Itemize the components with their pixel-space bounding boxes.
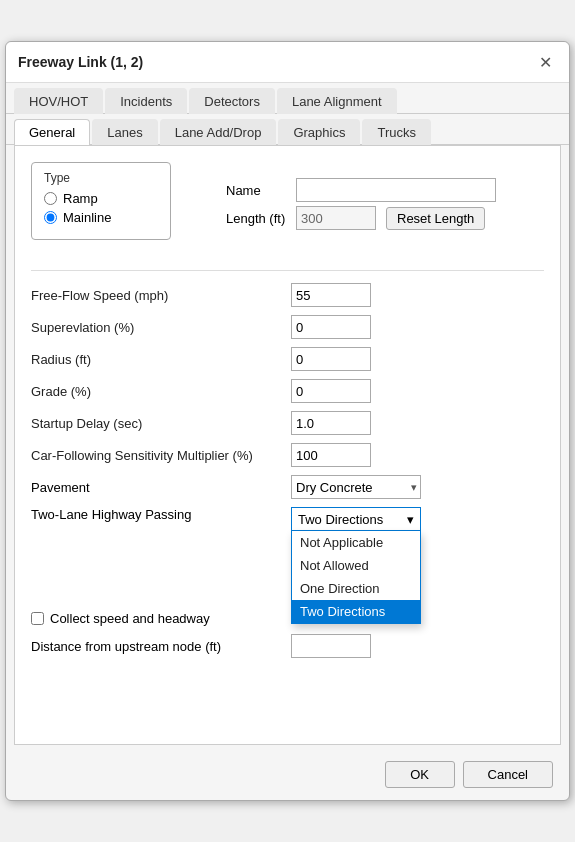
tab-hov-hot[interactable]: HOV/HOT [14, 88, 103, 114]
free-flow-speed-label: Free-Flow Speed (mph) [31, 288, 291, 303]
distance-input[interactable] [291, 634, 371, 658]
radius-input[interactable] [291, 347, 371, 371]
pavement-label: Pavement [31, 480, 291, 495]
tab-general[interactable]: General [14, 119, 90, 145]
mainline-label[interactable]: Mainline [63, 210, 111, 225]
superevlation-input[interactable] [291, 315, 371, 339]
tab-trucks[interactable]: Trucks [362, 119, 431, 145]
two-lane-dropdown-selected[interactable]: Two Directions ▾ [291, 507, 421, 531]
grade-label: Grade (%) [31, 384, 291, 399]
title-bar: Freeway Link (1, 2) ✕ [6, 42, 569, 83]
tab-lane-alignment[interactable]: Lane Alignment [277, 88, 397, 114]
pavement-row: Pavement Dry Concrete Wet Concrete Dry A… [31, 475, 544, 499]
tabs-row2: General Lanes Lane Add/Drop Graphics Tru… [6, 114, 569, 145]
radius-row: Radius (ft) [31, 347, 544, 371]
close-button[interactable]: ✕ [533, 50, 557, 74]
two-lane-arrow-icon: ▾ [407, 512, 414, 527]
reset-length-button[interactable]: Reset Length [386, 207, 485, 230]
two-lane-option-not-applicable[interactable]: Not Applicable [292, 531, 420, 554]
ramp-radio[interactable] [44, 192, 57, 205]
length-input[interactable] [296, 206, 376, 230]
type-legend: Type [44, 171, 158, 185]
free-flow-speed-input[interactable] [291, 283, 371, 307]
top-section: Type Ramp Mainline Name Length (ft) Rese… [31, 162, 544, 252]
name-row: Name [226, 178, 496, 202]
tab-graphics[interactable]: Graphics [278, 119, 360, 145]
radius-label: Radius (ft) [31, 352, 291, 367]
name-label: Name [226, 183, 286, 198]
mainline-radio[interactable] [44, 211, 57, 224]
two-lane-dropdown-list: Not Applicable Not Allowed One Direction… [291, 531, 421, 624]
cancel-button[interactable]: Cancel [463, 761, 553, 788]
two-lane-selected-text: Two Directions [298, 512, 383, 527]
tab-lane-add-drop[interactable]: Lane Add/Drop [160, 119, 277, 145]
pavement-dropdown[interactable]: Dry Concrete Wet Concrete Dry Asphalt We… [291, 475, 421, 499]
two-lane-label: Two-Lane Highway Passing [31, 507, 291, 522]
startup-delay-label: Startup Delay (sec) [31, 416, 291, 431]
mainline-radio-row: Mainline [44, 210, 158, 225]
tab-detectors[interactable]: Detectors [189, 88, 275, 114]
ok-button[interactable]: OK [385, 761, 455, 788]
dialog: Freeway Link (1, 2) ✕ HOV/HOT Incidents … [5, 41, 570, 801]
superevlation-row: Superevlation (%) [31, 315, 544, 339]
ramp-label[interactable]: Ramp [63, 191, 98, 206]
length-label: Length (ft) [226, 211, 286, 226]
two-lane-dropdown-open-wrapper: Two Directions ▾ Not Applicable Not Allo… [291, 507, 421, 531]
content-area: Type Ramp Mainline Name Length (ft) Rese… [14, 145, 561, 745]
free-flow-speed-row: Free-Flow Speed (mph) [31, 283, 544, 307]
two-lane-row: Two-Lane Highway Passing Two Directions … [31, 507, 544, 531]
tabs-row1: HOV/HOT Incidents Detectors Lane Alignme… [6, 83, 569, 114]
distance-row: Distance from upstream node (ft) [31, 634, 544, 658]
two-lane-option-one-direction[interactable]: One Direction [292, 577, 420, 600]
collect-speed-label[interactable]: Collect speed and headway [50, 611, 210, 626]
ramp-radio-row: Ramp [44, 191, 158, 206]
distance-label: Distance from upstream node (ft) [31, 639, 291, 654]
divider [31, 270, 544, 271]
tabs-container: HOV/HOT Incidents Detectors Lane Alignme… [6, 83, 569, 145]
grade-row: Grade (%) [31, 379, 544, 403]
dialog-title: Freeway Link (1, 2) [18, 54, 143, 70]
startup-delay-row: Startup Delay (sec) [31, 411, 544, 435]
superevlation-label: Superevlation (%) [31, 320, 291, 335]
bottom-bar: OK Cancel [6, 753, 569, 800]
tab-lanes[interactable]: Lanes [92, 119, 157, 145]
length-row: Length (ft) Reset Length [226, 206, 485, 230]
two-lane-option-not-allowed[interactable]: Not Allowed [292, 554, 420, 577]
car-following-input[interactable] [291, 443, 371, 467]
name-input[interactable] [296, 178, 496, 202]
car-following-label: Car-Following Sensitivity Multiplier (%) [31, 448, 291, 463]
two-lane-option-two-directions[interactable]: Two Directions [292, 600, 420, 623]
car-following-row: Car-Following Sensitivity Multiplier (%) [31, 443, 544, 467]
grade-input[interactable] [291, 379, 371, 403]
collect-speed-checkbox[interactable] [31, 612, 44, 625]
type-group: Type Ramp Mainline [31, 162, 171, 240]
startup-delay-input[interactable] [291, 411, 371, 435]
tab-incidents[interactable]: Incidents [105, 88, 187, 114]
collect-speed-row: Collect speed and headway [31, 611, 544, 626]
pavement-dropdown-wrapper: Dry Concrete Wet Concrete Dry Asphalt We… [291, 475, 421, 499]
